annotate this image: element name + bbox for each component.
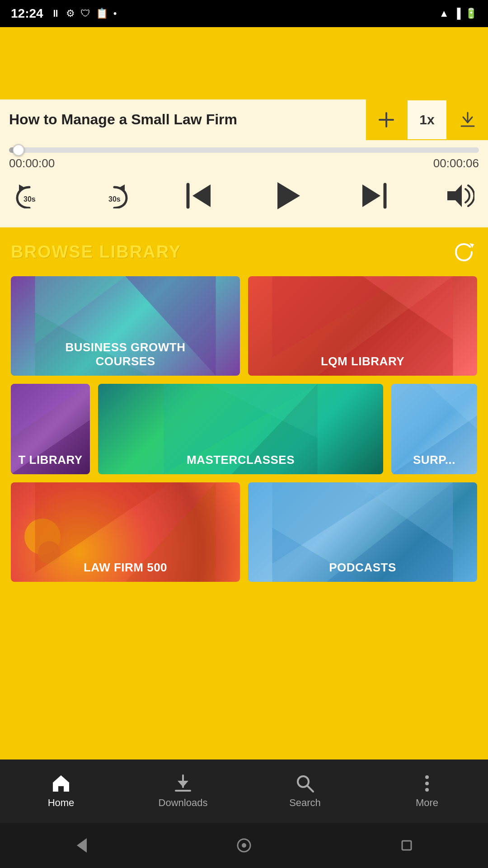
library-row-3: LAW FIRM 500 PODCASTS bbox=[11, 482, 477, 582]
svg-point-40 bbox=[425, 782, 429, 785]
svg-point-44 bbox=[242, 843, 246, 848]
signal-icon: ▐ bbox=[453, 8, 460, 19]
playback-controls: 30s 30s bbox=[0, 170, 488, 227]
svg-marker-8 bbox=[277, 182, 300, 209]
svg-text:30s: 30s bbox=[108, 195, 121, 203]
downloads-icon bbox=[173, 774, 193, 793]
player-title: How to Manage a Small Law Firm bbox=[0, 99, 366, 140]
nav-search-label: Search bbox=[289, 797, 321, 809]
card-surprise[interactable]: SURP... bbox=[391, 384, 477, 474]
wifi-icon: ▲ bbox=[439, 8, 449, 19]
add-button[interactable] bbox=[366, 99, 407, 140]
skip-to-next-button[interactable] bbox=[358, 180, 389, 212]
settings-icon: ⚙ bbox=[66, 8, 75, 19]
card-podcasts-label: PODCASTS bbox=[248, 553, 477, 582]
card-surp-label: SURP... bbox=[391, 446, 477, 474]
android-home-button[interactable] bbox=[226, 827, 262, 863]
progress-bar[interactable] bbox=[9, 147, 479, 153]
card-lqm[interactable]: LQM LIBRARY bbox=[248, 276, 477, 376]
progress-thumb[interactable] bbox=[13, 144, 24, 156]
svg-text:30s: 30s bbox=[23, 195, 36, 203]
svg-point-39 bbox=[425, 775, 429, 779]
player-controls-right: 1x bbox=[366, 99, 488, 140]
more-icon bbox=[417, 774, 437, 793]
download-button[interactable] bbox=[447, 99, 488, 140]
svg-marker-42 bbox=[77, 838, 87, 853]
nav-search[interactable]: Search bbox=[244, 766, 366, 816]
player-title-row: How to Manage a Small Law Firm 1x bbox=[0, 99, 488, 140]
android-recent-button[interactable] bbox=[389, 827, 425, 863]
header-yellow bbox=[0, 27, 488, 99]
status-right: ▲ ▐ 🔋 bbox=[439, 8, 477, 19]
status-bar: 12:24 ⏸ ⚙ 🛡 📋 • ▲ ▐ 🔋 bbox=[0, 0, 488, 27]
svg-marker-9 bbox=[362, 184, 380, 207]
dot-icon: • bbox=[113, 8, 117, 19]
browse-section: BROWSE LIBRARY BUSINESS GROWTHCOURSES L bbox=[0, 227, 488, 582]
nav-more[interactable]: More bbox=[366, 766, 488, 816]
card-masterclasses-label: MASTERCLASSES bbox=[98, 446, 383, 474]
skip-to-start-button[interactable] bbox=[183, 180, 215, 212]
library-row-1: BUSINESS GROWTHCOURSES LQM LIBRARY bbox=[11, 276, 477, 376]
browse-header: BROWSE LIBRARY bbox=[11, 238, 477, 265]
search-icon bbox=[295, 774, 315, 793]
progress-container[interactable] bbox=[0, 140, 488, 153]
shield-icon: 🛡 bbox=[80, 8, 90, 19]
svg-line-38 bbox=[307, 786, 313, 792]
battery-icon: 🔋 bbox=[465, 8, 477, 19]
current-time: 00:00:00 bbox=[9, 156, 55, 170]
time-row: 00:00:00 00:00:06 bbox=[0, 153, 488, 170]
card-bgc-label: BUSINESS GROWTHCOURSES bbox=[11, 333, 240, 376]
play-button[interactable] bbox=[268, 178, 305, 214]
card-t-library[interactable]: T LIBRARY bbox=[11, 384, 90, 474]
android-back-button[interactable] bbox=[63, 827, 99, 863]
volume-button[interactable] bbox=[443, 180, 474, 212]
android-nav-bar bbox=[0, 823, 488, 868]
speed-label: 1x bbox=[419, 112, 434, 127]
card-lqm-label: LQM LIBRARY bbox=[248, 347, 477, 376]
library-row-2: T LIBRARY MASTERCLASSES SURP... bbox=[11, 384, 477, 474]
refresh-button[interactable] bbox=[450, 238, 477, 265]
speed-button[interactable]: 1x bbox=[407, 99, 447, 140]
player-title-text: How to Manage a Small Law Firm bbox=[9, 110, 237, 129]
nav-home[interactable]: Home bbox=[0, 766, 122, 816]
rewind-button[interactable]: 30s bbox=[14, 184, 45, 208]
card-business-growth[interactable]: BUSINESS GROWTHCOURSES bbox=[11, 276, 240, 376]
svg-rect-45 bbox=[402, 841, 411, 850]
card-tlib-label: T LIBRARY bbox=[11, 446, 90, 474]
card-law-firm-500[interactable]: LAW FIRM 500 bbox=[11, 482, 240, 582]
status-left: 12:24 ⏸ ⚙ 🛡 📋 • bbox=[11, 6, 117, 21]
bottom-navigation: Home Downloads Search More bbox=[0, 760, 488, 823]
home-icon bbox=[51, 774, 71, 793]
card-lf500-label: LAW FIRM 500 bbox=[11, 553, 240, 582]
status-icons: ⏸ ⚙ 🛡 📋 • bbox=[51, 8, 117, 19]
svg-marker-33 bbox=[53, 775, 69, 792]
card-podcasts[interactable]: PODCASTS bbox=[248, 482, 477, 582]
nav-downloads-label: Downloads bbox=[159, 797, 208, 809]
nav-home-label: Home bbox=[48, 797, 75, 809]
nav-downloads[interactable]: Downloads bbox=[122, 766, 244, 816]
svg-marker-11 bbox=[447, 184, 462, 207]
svg-marker-6 bbox=[192, 184, 211, 207]
pause-icon: ⏸ bbox=[51, 8, 61, 19]
card-masterclasses[interactable]: MASTERCLASSES bbox=[98, 384, 383, 474]
svg-point-41 bbox=[425, 788, 429, 792]
nav-more-label: More bbox=[416, 797, 438, 809]
total-time: 00:00:06 bbox=[433, 156, 479, 170]
fast-rewind-button[interactable]: 30s bbox=[99, 184, 130, 208]
browse-title: BROWSE LIBRARY bbox=[11, 242, 181, 262]
clipboard-icon: 📋 bbox=[96, 8, 108, 19]
status-time: 12:24 bbox=[11, 6, 43, 21]
